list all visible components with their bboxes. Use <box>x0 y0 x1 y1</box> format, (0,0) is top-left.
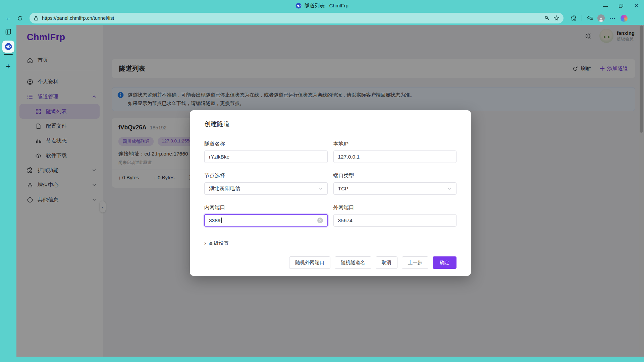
local-ip-label: 本地IP <box>333 140 457 147</box>
local-ip-value: 127.0.0.1 <box>338 154 360 160</box>
password-key-icon[interactable] <box>544 15 550 21</box>
browser-toolbar: ← https://panel.chmlfrp.cn/tunnel/list <box>0 11 644 25</box>
external-port-label: 外网端口 <box>333 204 457 211</box>
tunnel-name-input[interactable]: rYzlkBke <box>204 150 328 163</box>
node-select-label: 节点选择 <box>204 172 328 179</box>
node-select[interactable]: 湖北襄阳电信 <box>204 182 328 195</box>
new-tab-button[interactable]: + <box>6 62 10 70</box>
close-icon: ✕ <box>634 3 639 9</box>
window-title: 隧道列表 - ChmlFrp <box>0 0 644 11</box>
tunnel-name-value: rYzlkBke <box>209 154 229 160</box>
copilot-icon <box>621 15 628 22</box>
internal-port-label: 内网端口 <box>204 204 328 211</box>
cancel-button[interactable]: 取消 <box>376 256 397 269</box>
minimize-icon: — <box>603 3 608 9</box>
browser-titlebar: 隧道列表 - ChmlFrp — ✕ <box>0 0 644 11</box>
chmlfrp-favicon-icon <box>296 3 302 9</box>
port-type-select[interactable]: TCP <box>333 182 457 195</box>
chevron-down-icon <box>318 186 323 191</box>
create-tunnel-modal: 创建隧道 隧道名称 rYzlkBke 本地IP 127.0.0.1 节点选择 湖… <box>190 110 471 276</box>
lock-icon <box>34 16 39 21</box>
internal-port-value: 3389 <box>209 218 220 224</box>
active-tab-indicator <box>4 54 13 55</box>
extensions-button[interactable] <box>568 13 580 23</box>
text-caret <box>221 218 222 223</box>
clear-input-button[interactable] <box>317 218 323 223</box>
active-tab-tile[interactable] <box>2 41 14 53</box>
url-text: https://panel.chmlfrp.cn/tunnel/list <box>42 15 541 21</box>
external-port-input[interactable]: 35674 <box>333 214 457 227</box>
window-bottom-edge <box>0 357 644 362</box>
restore-icon <box>619 4 623 8</box>
chevron-right-icon: › <box>204 240 206 246</box>
refresh-icon <box>17 15 23 21</box>
plus-icon: + <box>6 62 10 71</box>
copilot-button[interactable] <box>618 13 630 23</box>
profile-avatar-icon <box>597 14 605 22</box>
port-type-label: 端口类型 <box>333 172 457 179</box>
random-external-port-button[interactable]: 随机外网端口 <box>289 256 330 269</box>
confirm-button[interactable]: 确定 <box>433 256 457 269</box>
back-icon: ← <box>5 14 12 22</box>
tunnel-name-label: 隧道名称 <box>204 140 328 147</box>
chmlfrp-favicon-icon <box>5 43 12 50</box>
previous-step-button[interactable]: 上一步 <box>402 256 429 269</box>
port-type-value: TCP <box>338 186 348 192</box>
chevron-down-icon <box>447 186 452 191</box>
random-tunnel-name-button[interactable]: 随机隧道名 <box>335 256 371 269</box>
collections-button[interactable] <box>584 13 595 23</box>
edge-sidebar: + <box>0 25 16 362</box>
clear-x-icon <box>319 219 322 222</box>
back-button[interactable]: ← <box>3 13 14 23</box>
modal-title: 创建隧道 <box>204 120 457 128</box>
restore-button[interactable] <box>613 0 629 11</box>
profile-button[interactable] <box>595 13 607 23</box>
address-bar[interactable]: https://panel.chmlfrp.cn/tunnel/list <box>30 13 564 23</box>
extensions-puzzle-icon <box>571 15 577 21</box>
refresh-button[interactable] <box>14 13 25 23</box>
close-button[interactable]: ✕ <box>629 0 644 11</box>
minimize-button[interactable]: — <box>598 0 613 11</box>
workspaces-icon <box>5 29 11 35</box>
toolbar-divider <box>582 15 582 21</box>
tab-title-text: 隧道列表 - ChmlFrp <box>305 3 348 9</box>
external-port-value: 35674 <box>338 218 353 224</box>
advanced-settings-toggle[interactable]: › 高级设置 <box>204 240 457 246</box>
node-select-value: 湖北襄阳电信 <box>209 185 240 192</box>
collections-icon <box>586 15 593 21</box>
favorite-star-icon[interactable] <box>553 15 559 21</box>
workspaces-button[interactable] <box>5 29 11 35</box>
settings-more-button[interactable]: ⋯ <box>607 13 618 23</box>
internal-port-input[interactable]: 3389 <box>204 214 328 227</box>
more-icon: ⋯ <box>609 14 616 22</box>
local-ip-input[interactable]: 127.0.0.1 <box>333 150 457 163</box>
advanced-settings-label: 高级设置 <box>209 240 229 246</box>
